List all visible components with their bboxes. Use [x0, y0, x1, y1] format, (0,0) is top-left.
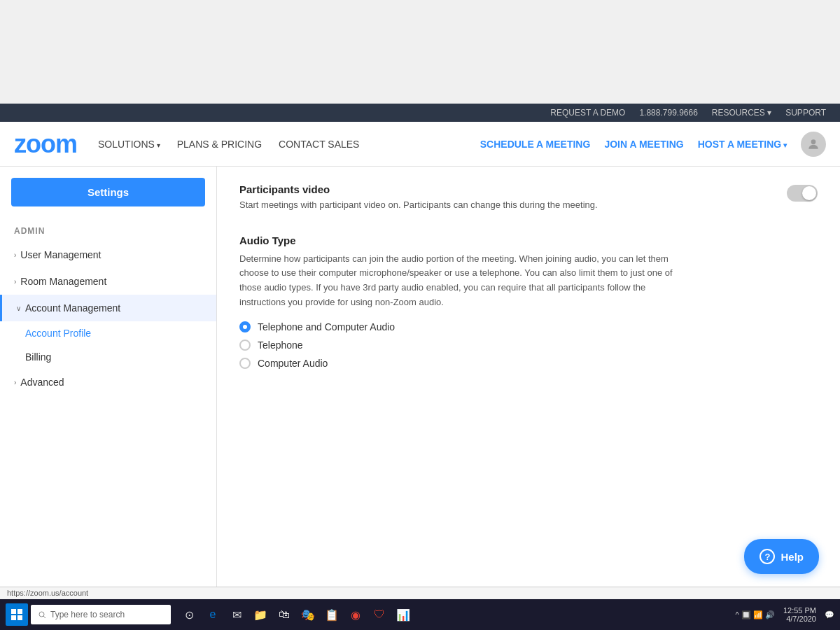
help-icon: ?: [760, 549, 775, 564]
host-meeting-link[interactable]: HOST A MEETING: [698, 139, 787, 150]
schedule-meeting-link[interactable]: SCHEDULE A MEETING: [480, 139, 591, 150]
radio-telephone[interactable]: Telephone: [239, 340, 818, 351]
sidebar-item-advanced[interactable]: › Advanced: [0, 369, 216, 396]
radio-button[interactable]: [239, 358, 251, 369]
chevron-right-icon: ›: [14, 278, 16, 286]
request-demo-link[interactable]: REQUEST A DEMO: [550, 108, 625, 118]
sidebar-item-account-management[interactable]: ∨ Account Management: [0, 295, 216, 321]
status-bar: https://zoom.us/account: [0, 587, 840, 598]
sidebar: Settings ADMIN › User Management › Room …: [0, 167, 217, 587]
participants-video-desc: Start meetings with participant video on…: [239, 198, 598, 212]
chevron-down-icon: ∨: [16, 304, 21, 312]
help-button[interactable]: ? Help: [744, 539, 819, 574]
audio-type-title: Audio Type: [239, 234, 818, 246]
main-navigation: zoom SOLUTIONS PLANS & PRICING CONTACT S…: [0, 122, 840, 167]
participants-video-section: Participants video Start meetings with p…: [239, 183, 818, 212]
resources-link[interactable]: RESOURCES ▾: [712, 108, 771, 118]
support-link[interactable]: SUPPORT: [785, 108, 826, 118]
svg-point-0: [811, 139, 816, 144]
sidebar-item-room-management[interactable]: › Room Management: [0, 268, 216, 295]
participants-video-row: Participants video Start meetings with p…: [239, 183, 818, 212]
sidebar-subitem-account-profile[interactable]: Account Profile: [0, 321, 216, 345]
participants-video-title: Participants video: [239, 183, 598, 195]
admin-section-label: ADMIN: [0, 220, 216, 241]
radio-button[interactable]: [239, 340, 251, 351]
nav-left: zoom SOLUTIONS PLANS & PRICING CONTACT S…: [14, 130, 359, 159]
plans-pricing-nav-link[interactable]: PLANS & PRICING: [177, 139, 262, 150]
sidebar-subitem-billing[interactable]: Billing: [0, 345, 216, 369]
chevron-right-icon: ›: [14, 251, 16, 259]
audio-type-section: Audio Type Determine how participants ca…: [239, 234, 818, 369]
audio-type-desc: Determine how participants can join the …: [239, 252, 673, 310]
solutions-nav-link[interactable]: SOLUTIONS: [98, 139, 160, 150]
settings-button[interactable]: Settings: [11, 178, 205, 206]
toggle-track: [787, 185, 818, 202]
radio-computer-audio[interactable]: Computer Audio: [239, 358, 818, 369]
zoom-logo[interactable]: zoom: [14, 130, 77, 159]
nav-right: SCHEDULE A MEETING JOIN A MEETING HOST A…: [480, 132, 826, 157]
nav-links: SOLUTIONS PLANS & PRICING CONTACT SALES: [98, 139, 359, 150]
utility-bar: REQUEST A DEMO 1.888.799.9666 RESOURCES …: [0, 104, 840, 122]
sidebar-item-user-management[interactable]: › User Management: [0, 241, 216, 268]
radio-telephone-computer[interactable]: Telephone and Computer Audio: [239, 321, 818, 332]
participants-video-toggle[interactable]: [787, 185, 818, 202]
join-meeting-link[interactable]: JOIN A MEETING: [604, 139, 683, 150]
user-avatar[interactable]: [801, 132, 826, 157]
page-container: Settings ADMIN › User Management › Room …: [0, 167, 840, 587]
contact-sales-nav-link[interactable]: CONTACT SALES: [279, 139, 359, 150]
radio-button-selected[interactable]: [239, 321, 251, 332]
chevron-right-icon: ›: [14, 379, 16, 386]
toggle-thumb: [802, 186, 816, 200]
main-content: Participants video Start meetings with p…: [217, 167, 840, 587]
phone-link[interactable]: 1.888.799.9666: [639, 108, 697, 118]
